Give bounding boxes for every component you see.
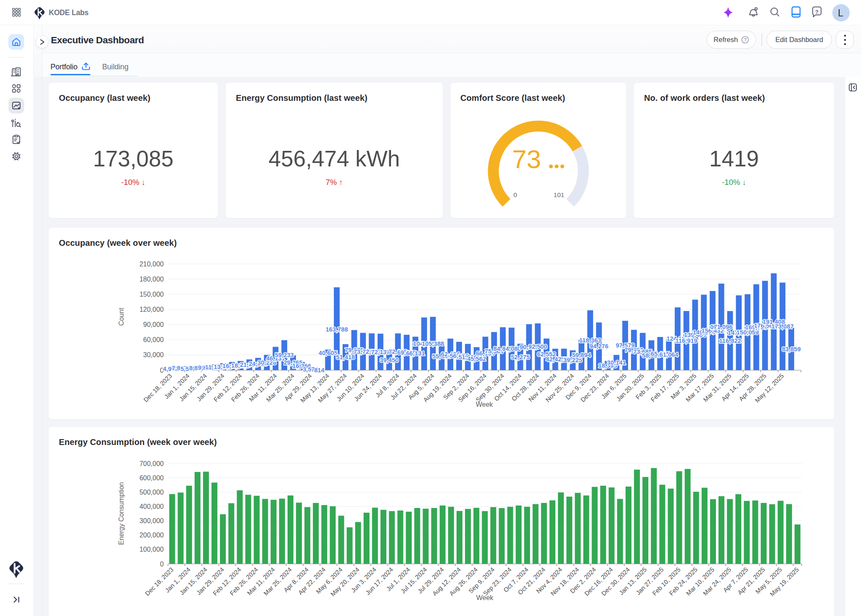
svg-text:105,388: 105,388 bbox=[422, 340, 444, 347]
svg-text:52,275: 52,275 bbox=[511, 354, 530, 361]
svg-text:51,418: 51,418 bbox=[336, 354, 355, 361]
svg-text:61,064: 61,064 bbox=[660, 351, 679, 358]
svg-text:0: 0 bbox=[160, 561, 164, 568]
svg-text:73: 73 bbox=[512, 145, 541, 174]
svg-text:59,894: 59,894 bbox=[572, 352, 592, 358]
svg-text:400,000: 400,000 bbox=[140, 503, 164, 510]
svg-text:173,087: 173,087 bbox=[771, 323, 794, 330]
svg-text:100,000: 100,000 bbox=[140, 546, 164, 553]
svg-text:Energy Consumption: Energy Consumption bbox=[118, 482, 125, 545]
svg-text:94,276: 94,276 bbox=[589, 343, 608, 350]
svg-text:Count: Count bbox=[118, 308, 125, 326]
svg-text:300,000: 300,000 bbox=[140, 517, 164, 524]
svg-text:30,141: 30,141 bbox=[607, 359, 626, 366]
svg-text:59,233: 59,233 bbox=[275, 352, 294, 358]
svg-text:90,000: 90,000 bbox=[143, 321, 164, 328]
svg-text:60,000: 60,000 bbox=[143, 336, 164, 343]
svg-text:116,919: 116,919 bbox=[675, 337, 697, 344]
svg-text:?: ? bbox=[815, 9, 819, 15]
svg-text:0: 0 bbox=[513, 191, 517, 198]
svg-text:116,822: 116,822 bbox=[719, 337, 741, 344]
svg-text:700,000: 700,000 bbox=[140, 460, 164, 467]
svg-text:150,000: 150,000 bbox=[140, 291, 164, 298]
svg-text:180,000: 180,000 bbox=[140, 276, 164, 283]
svg-text:200,000: 200,000 bbox=[140, 532, 164, 539]
svg-text:66,131: 66,131 bbox=[406, 350, 425, 357]
svg-text:KODE Labs: KODE Labs bbox=[49, 8, 89, 17]
svg-text:84,080: 84,080 bbox=[502, 345, 521, 352]
svg-text:?: ? bbox=[744, 37, 747, 42]
svg-text:814: 814 bbox=[314, 367, 325, 374]
svg-text:163,788: 163,788 bbox=[325, 326, 348, 333]
svg-text:72,137: 72,137 bbox=[371, 349, 390, 355]
svg-text:92,500: 92,500 bbox=[528, 343, 547, 350]
svg-text:Week: Week bbox=[476, 594, 494, 601]
svg-text:Week: Week bbox=[476, 401, 494, 408]
svg-text:101: 101 bbox=[553, 191, 564, 198]
svg-text:600,000: 600,000 bbox=[140, 474, 164, 482]
svg-text:83,859: 83,859 bbox=[782, 346, 801, 353]
svg-text:40,605: 40,605 bbox=[319, 350, 338, 356]
svg-text:30,000: 30,000 bbox=[143, 351, 164, 358]
svg-text:500,000: 500,000 bbox=[140, 489, 164, 496]
svg-text:39,450: 39,450 bbox=[380, 357, 399, 363]
svg-text:L: L bbox=[838, 8, 843, 18]
svg-text:120,000: 120,000 bbox=[140, 306, 164, 313]
svg-text:210,000: 210,000 bbox=[140, 261, 164, 268]
